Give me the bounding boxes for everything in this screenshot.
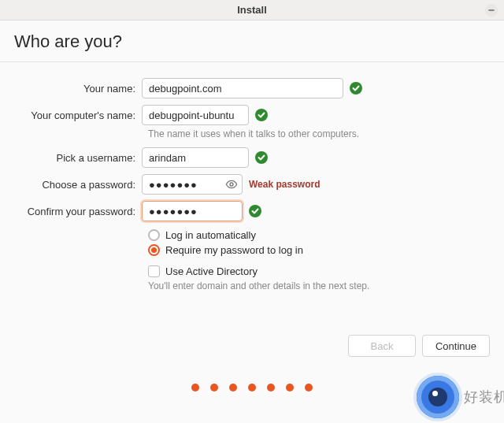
- auto-login-radio[interactable]: Log in automatically: [0, 229, 504, 241]
- active-directory-hint: You'll enter domain and other details in…: [0, 280, 504, 291]
- watermark-text: 好装机: [464, 388, 504, 406]
- computer-name-hint: The name it uses when it talks to other …: [0, 128, 504, 139]
- pager-dot: [248, 384, 256, 391]
- svg-point-1: [230, 183, 233, 186]
- your-name-input[interactable]: [142, 78, 343, 98]
- check-icon: [255, 109, 268, 121]
- your-name-label: Your name:: [0, 83, 142, 95]
- auto-login-label: Log in automatically: [165, 229, 256, 241]
- pager-dot: [191, 384, 199, 391]
- require-password-radio[interactable]: Require my password to log in: [0, 244, 504, 256]
- continue-button[interactable]: Continue: [422, 335, 490, 357]
- pager-dot: [305, 384, 313, 391]
- eye-logo-icon: [417, 376, 459, 418]
- computer-name-label: Your computer's name:: [0, 109, 142, 121]
- active-directory-label: Use Active Directory: [165, 265, 258, 277]
- pager-dot: [210, 384, 218, 391]
- radio-icon: [148, 229, 160, 241]
- pager-dot: [267, 384, 275, 391]
- password-label: Choose a password:: [0, 179, 142, 191]
- user-form: Your name: Your computer's name: The nam…: [0, 62, 504, 306]
- check-icon: [350, 82, 362, 95]
- checkbox-icon: [148, 265, 160, 277]
- confirm-password-label: Confirm your password:: [0, 206, 142, 217]
- confirm-password-input[interactable]: [142, 201, 243, 221]
- require-password-label: Require my password to log in: [165, 244, 303, 256]
- watermark-promo: 好装机: [417, 376, 504, 418]
- show-password-icon[interactable]: [225, 178, 238, 191]
- radio-icon: [148, 244, 160, 256]
- pager-dot: [286, 384, 294, 391]
- minimize-icon[interactable]: [485, 4, 498, 17]
- page-title: Who are you?: [0, 20, 504, 62]
- username-input[interactable]: [142, 147, 249, 168]
- footer-buttons: Back Continue: [348, 335, 490, 357]
- pager-dot: [229, 384, 237, 391]
- computer-name-input[interactable]: [142, 105, 249, 125]
- back-button[interactable]: Back: [348, 335, 416, 357]
- check-icon: [255, 151, 268, 164]
- window-title: Install: [237, 4, 267, 16]
- window-titlebar: Install: [0, 0, 504, 20]
- active-directory-checkbox[interactable]: Use Active Directory: [0, 265, 504, 277]
- password-strength: Weak password: [249, 179, 320, 190]
- check-icon: [249, 205, 261, 217]
- username-label: Pick a username:: [0, 152, 142, 164]
